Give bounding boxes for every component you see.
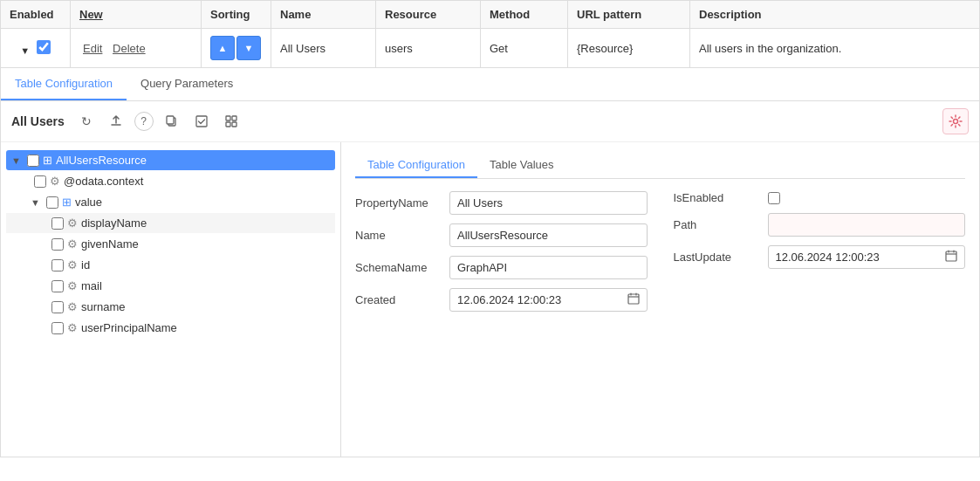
propertyName-label: PropertyName xyxy=(355,196,442,210)
row-enabled-checkbox[interactable] xyxy=(37,40,51,54)
row-name: All Users xyxy=(271,29,376,68)
checkbox-givenName[interactable] xyxy=(51,238,64,251)
schemaName-label: SchemaName xyxy=(355,261,442,274)
created-date-field: 12.06.2024 12:00:23 xyxy=(449,288,648,312)
row-method: Get xyxy=(481,29,568,68)
lastUpdate-calendar-button[interactable] xyxy=(945,250,957,265)
svg-point-7 xyxy=(954,120,958,124)
col-name: Name xyxy=(271,1,376,29)
row-description: All users in the organization. xyxy=(690,29,980,68)
gear-icon-mail: ⚙ xyxy=(67,279,78,292)
name-label: Name xyxy=(355,229,442,242)
checkbox-id[interactable] xyxy=(51,259,64,271)
created-date-value: 12.06.2024 12:00:23 xyxy=(457,293,627,306)
path-input[interactable] xyxy=(768,213,966,237)
isEnabled-checkbox[interactable] xyxy=(768,192,780,204)
schemaName-input[interactable] xyxy=(449,256,648,279)
gear-icon-surname: ⚙ xyxy=(67,300,78,313)
row-url-pattern: {Resource} xyxy=(568,29,690,68)
name-input[interactable] xyxy=(449,223,648,247)
chevron-value[interactable]: ▼ xyxy=(31,197,43,208)
col-new: New xyxy=(71,1,202,29)
lastUpdate-date-value: 12.06.2024 12:00:23 xyxy=(776,251,946,264)
tab-table-configuration[interactable]: Table Configuration xyxy=(1,68,127,100)
svg-rect-2 xyxy=(196,116,207,127)
col-resource: Resource xyxy=(376,1,481,29)
settings-button[interactable] xyxy=(942,108,969,134)
propertyName-input[interactable] xyxy=(449,191,648,215)
created-calendar-button[interactable] xyxy=(627,292,640,307)
svg-rect-5 xyxy=(226,122,230,127)
tree-item-userPrincipalName[interactable]: ⚙ userPrincipalName xyxy=(6,318,335,338)
col-enabled: Enabled xyxy=(1,1,71,29)
tree-label-odataContext: @odata.context xyxy=(64,175,143,188)
copy-button[interactable] xyxy=(161,110,183,133)
tree-item-value[interactable]: ▼ ⊞ value xyxy=(6,192,335,212)
gear-icon-givenName: ⚙ xyxy=(67,237,78,251)
lastUpdate-date-field: 12.06.2024 12:00:23 xyxy=(768,245,966,269)
created-label: Created xyxy=(355,293,442,306)
config-tab-table-configuration[interactable]: Table Configuration xyxy=(355,153,477,178)
svg-rect-6 xyxy=(232,122,236,127)
help-button[interactable]: ? xyxy=(134,112,154,131)
tree-label-userPrincipalName: userPrincipalName xyxy=(81,321,177,334)
svg-rect-1 xyxy=(167,116,174,124)
tree-item-surname[interactable]: ⚙ surname xyxy=(6,297,335,317)
col-url-pattern: URL pattern xyxy=(568,1,690,29)
svg-rect-3 xyxy=(226,116,230,120)
tab-query-parameters[interactable]: Query Parameters xyxy=(127,68,247,100)
tree-label-allUsersResource: AllUsersResource xyxy=(56,154,147,167)
upload-button[interactable] xyxy=(105,110,127,133)
gear-icon-odataContext: ⚙ xyxy=(50,175,60,188)
checkbox-surname[interactable] xyxy=(51,301,64,313)
row-chevron[interactable]: ▼ xyxy=(20,45,30,56)
col-method: Method xyxy=(481,1,568,29)
path-label: Path xyxy=(674,218,761,231)
lastUpdate-label: LastUpdate xyxy=(674,251,761,264)
tree-item-allUsersResource[interactable]: ▼ ⊞ AllUsersResource xyxy=(6,150,335,170)
gear-icon-displayName: ⚙ xyxy=(67,216,78,230)
isEnabled-label: IsEnabled xyxy=(674,191,761,204)
svg-rect-4 xyxy=(232,116,236,120)
gear-icon-userPrincipalName: ⚙ xyxy=(67,321,78,334)
grid-button[interactable] xyxy=(220,110,243,133)
tree-item-displayName[interactable]: ⚙ displayName xyxy=(6,213,335,233)
tree-item-id[interactable]: ⚙ id xyxy=(6,255,335,275)
svg-rect-9 xyxy=(946,251,956,261)
tree-label-value: value xyxy=(75,196,102,209)
chevron-allUsersResource[interactable]: ▼ xyxy=(11,155,24,166)
svg-rect-8 xyxy=(628,294,639,304)
tree-label-displayName: displayName xyxy=(81,216,147,230)
checkbox-mail[interactable] xyxy=(51,280,64,292)
checkbox-userPrincipalName[interactable] xyxy=(51,322,64,334)
tree-label-surname: surname xyxy=(81,300,126,313)
config-tab-table-values[interactable]: Table Values xyxy=(477,153,565,178)
row-resource: users xyxy=(376,29,481,68)
table-icon-value: ⊞ xyxy=(62,196,72,209)
tree-item-odataContext[interactable]: ⚙ @odata.context xyxy=(6,171,335,191)
tree-item-mail[interactable]: ⚙ mail xyxy=(6,276,335,296)
checkbox-odataContext[interactable] xyxy=(34,175,46,188)
tree-label-mail: mail xyxy=(81,279,102,292)
edit-button[interactable]: Edit xyxy=(79,42,106,55)
checkbox-allUsersResource[interactable] xyxy=(27,155,39,167)
tree-label-givenName: givenName xyxy=(81,237,139,251)
tree-item-givenName[interactable]: ⚙ givenName xyxy=(6,234,335,254)
col-sorting: Sorting xyxy=(202,1,271,29)
checkbox-displayName[interactable] xyxy=(51,217,64,230)
gear-icon-id: ⚙ xyxy=(67,258,78,271)
tree-label-id: id xyxy=(81,258,90,271)
section-title: All Users xyxy=(11,114,65,128)
delete-button[interactable]: Delete xyxy=(109,42,149,55)
sort-down-button[interactable]: ▼ xyxy=(236,36,261,60)
table-icon-allUsersResource: ⊞ xyxy=(43,154,52,167)
checkbox-value[interactable] xyxy=(46,196,58,209)
sort-up-button[interactable]: ▲ xyxy=(210,36,235,60)
col-description: Description xyxy=(690,1,980,29)
refresh-button[interactable]: ↻ xyxy=(75,110,98,133)
check-square-button[interactable] xyxy=(190,110,213,133)
